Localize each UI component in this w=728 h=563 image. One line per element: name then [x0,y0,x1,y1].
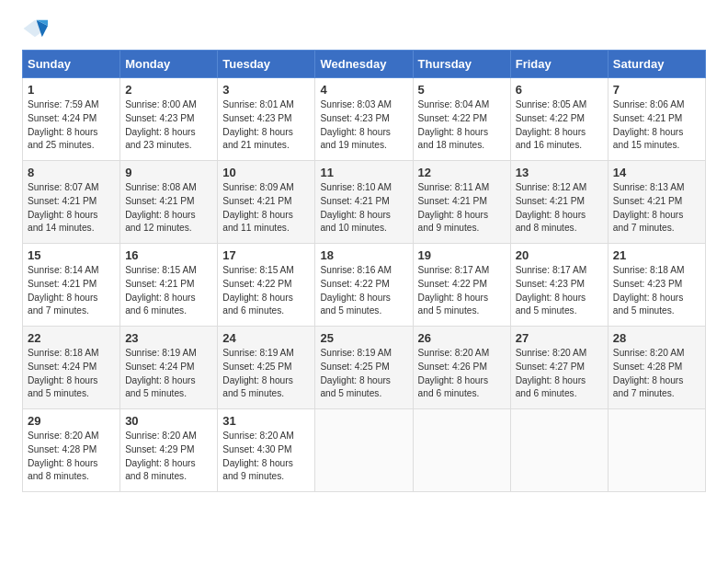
day-header-tuesday: Tuesday [218,51,315,78]
cell-info: Sunrise: 8:19 AMSunset: 4:24 PMDaylight:… [125,348,197,398]
calendar-cell [413,409,510,492]
day-number: 15 [28,248,115,262]
day-number: 4 [320,83,407,97]
calendar-cell: 30Sunrise: 8:20 AMSunset: 4:29 PMDayligh… [120,409,218,492]
cell-info: Sunrise: 8:00 AMSunset: 4:23 PMDaylight:… [125,99,197,150]
cell-info: Sunrise: 7:59 AMSunset: 4:24 PMDaylight:… [28,99,99,150]
day-number: 12 [418,166,506,179]
calendar-cell [315,409,413,492]
calendar-week-row: 8Sunrise: 8:07 AMSunset: 4:21 PMDaylight… [23,161,706,244]
day-number: 22 [28,331,115,345]
cell-info: Sunrise: 8:18 AMSunset: 4:24 PMDaylight:… [28,348,99,398]
cell-info: Sunrise: 8:07 AMSunset: 4:21 PMDaylight:… [28,182,99,233]
day-number: 11 [320,166,407,179]
day-number: 21 [613,248,700,262]
calendar-cell: 25Sunrise: 8:19 AMSunset: 4:25 PMDayligh… [315,327,413,409]
day-number: 23 [125,331,212,345]
day-number: 10 [222,166,310,179]
calendar-cell: 23Sunrise: 8:19 AMSunset: 4:24 PMDayligh… [120,327,218,409]
logo [22,18,51,39]
calendar-cell: 26Sunrise: 8:20 AMSunset: 4:26 PMDayligh… [413,327,510,409]
cell-info: Sunrise: 8:06 AMSunset: 4:21 PMDaylight:… [613,99,685,150]
day-number: 9 [125,166,212,179]
calendar-cell [608,409,705,492]
day-number: 17 [222,248,310,262]
calendar-cell: 21Sunrise: 8:18 AMSunset: 4:23 PMDayligh… [608,244,705,327]
day-number: 14 [613,166,700,179]
calendar-cell: 18Sunrise: 8:16 AMSunset: 4:22 PMDayligh… [315,244,413,327]
calendar-cell: 24Sunrise: 8:19 AMSunset: 4:25 PMDayligh… [218,327,315,409]
cell-info: Sunrise: 8:13 AMSunset: 4:21 PMDaylight:… [613,182,685,233]
day-number: 25 [320,331,407,345]
cell-info: Sunrise: 8:16 AMSunset: 4:22 PMDaylight:… [320,265,392,316]
day-number: 20 [516,248,603,262]
day-header-thursday: Thursday [413,51,510,78]
calendar-cell: 7Sunrise: 8:06 AMSunset: 4:21 PMDaylight… [608,78,705,161]
calendar-cell: 2Sunrise: 8:00 AMSunset: 4:23 PMDaylight… [120,78,218,161]
header [22,18,706,39]
day-number: 24 [222,331,310,345]
calendar-cell: 3Sunrise: 8:01 AMSunset: 4:23 PMDaylight… [218,78,315,161]
cell-info: Sunrise: 8:20 AMSunset: 4:28 PMDaylight:… [613,348,685,398]
cell-info: Sunrise: 8:20 AMSunset: 4:26 PMDaylight:… [418,348,490,398]
day-number: 26 [418,331,506,345]
cell-info: Sunrise: 8:17 AMSunset: 4:22 PMDaylight:… [418,265,490,316]
calendar-week-row: 29Sunrise: 8:20 AMSunset: 4:28 PMDayligh… [23,409,706,492]
day-header-sunday: Sunday [23,51,120,78]
day-number: 7 [613,83,700,97]
day-number: 27 [516,331,603,345]
calendar-week-row: 1Sunrise: 7:59 AMSunset: 4:24 PMDaylight… [23,78,706,161]
calendar-cell: 5Sunrise: 8:04 AMSunset: 4:22 PMDaylight… [413,78,510,161]
calendar-cell: 15Sunrise: 8:14 AMSunset: 4:21 PMDayligh… [23,244,120,327]
cell-info: Sunrise: 8:20 AMSunset: 4:30 PMDaylight:… [222,431,294,481]
day-number: 6 [516,83,603,97]
day-number: 31 [222,414,310,428]
calendar-cell: 29Sunrise: 8:20 AMSunset: 4:28 PMDayligh… [23,409,120,492]
day-number: 28 [613,331,700,345]
day-number: 18 [320,248,407,262]
day-number: 3 [222,83,310,97]
cell-info: Sunrise: 8:09 AMSunset: 4:21 PMDaylight:… [222,182,294,233]
calendar-cell: 12Sunrise: 8:11 AMSunset: 4:21 PMDayligh… [413,161,510,244]
cell-info: Sunrise: 8:18 AMSunset: 4:23 PMDaylight:… [613,265,685,316]
calendar-cell: 31Sunrise: 8:20 AMSunset: 4:30 PMDayligh… [218,409,315,492]
cell-info: Sunrise: 8:20 AMSunset: 4:28 PMDaylight:… [28,431,99,481]
calendar-cell: 28Sunrise: 8:20 AMSunset: 4:28 PMDayligh… [608,327,705,409]
cell-info: Sunrise: 8:10 AMSunset: 4:21 PMDaylight:… [320,182,392,233]
calendar-header-row: SundayMondayTuesdayWednesdayThursdayFrid… [23,51,706,78]
cell-info: Sunrise: 8:01 AMSunset: 4:23 PMDaylight:… [222,99,294,150]
calendar-cell: 11Sunrise: 8:10 AMSunset: 4:21 PMDayligh… [315,161,413,244]
day-number: 2 [125,83,212,97]
calendar-cell: 9Sunrise: 8:08 AMSunset: 4:21 PMDaylight… [120,161,218,244]
calendar-cell: 27Sunrise: 8:20 AMSunset: 4:27 PMDayligh… [510,327,608,409]
calendar-table: SundayMondayTuesdayWednesdayThursdayFrid… [22,50,706,492]
cell-info: Sunrise: 8:05 AMSunset: 4:22 PMDaylight:… [516,99,587,150]
cell-info: Sunrise: 8:20 AMSunset: 4:27 PMDaylight:… [516,348,587,398]
calendar-cell [510,409,608,492]
day-number: 1 [28,83,115,97]
day-header-monday: Monday [120,51,218,78]
cell-info: Sunrise: 8:20 AMSunset: 4:29 PMDaylight:… [125,431,197,481]
calendar-week-row: 22Sunrise: 8:18 AMSunset: 4:24 PMDayligh… [23,327,706,409]
day-number: 29 [28,414,115,428]
calendar-week-row: 15Sunrise: 8:14 AMSunset: 4:21 PMDayligh… [23,244,706,327]
calendar-cell: 14Sunrise: 8:13 AMSunset: 4:21 PMDayligh… [608,161,705,244]
calendar-cell: 22Sunrise: 8:18 AMSunset: 4:24 PMDayligh… [23,327,120,409]
calendar-cell: 10Sunrise: 8:09 AMSunset: 4:21 PMDayligh… [218,161,315,244]
calendar-cell: 4Sunrise: 8:03 AMSunset: 4:23 PMDaylight… [315,78,413,161]
day-number: 13 [516,166,603,179]
cell-info: Sunrise: 8:03 AMSunset: 4:23 PMDaylight:… [320,99,392,150]
calendar-cell: 16Sunrise: 8:15 AMSunset: 4:21 PMDayligh… [120,244,218,327]
calendar-cell: 17Sunrise: 8:15 AMSunset: 4:22 PMDayligh… [218,244,315,327]
cell-info: Sunrise: 8:17 AMSunset: 4:23 PMDaylight:… [516,265,587,316]
cell-info: Sunrise: 8:11 AMSunset: 4:21 PMDaylight:… [418,182,490,233]
day-number: 19 [418,248,506,262]
cell-info: Sunrise: 8:19 AMSunset: 4:25 PMDaylight:… [320,348,392,398]
calendar-cell: 20Sunrise: 8:17 AMSunset: 4:23 PMDayligh… [510,244,608,327]
cell-info: Sunrise: 8:14 AMSunset: 4:21 PMDaylight:… [28,265,99,316]
day-header-saturday: Saturday [608,51,705,78]
cell-info: Sunrise: 8:08 AMSunset: 4:21 PMDaylight:… [125,182,197,233]
day-number: 5 [418,83,506,97]
calendar-cell: 8Sunrise: 8:07 AMSunset: 4:21 PMDaylight… [23,161,120,244]
day-header-wednesday: Wednesday [315,51,413,78]
